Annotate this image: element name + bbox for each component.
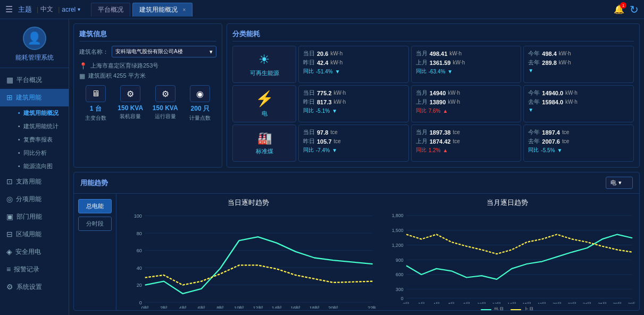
building-icon: ⊞: [6, 93, 13, 102]
sidebar-sub-overview[interactable]: 建筑用能概况: [14, 106, 69, 120]
sidebar-item-subitem[interactable]: ◎ 分项用能: [0, 190, 69, 208]
building-name-select[interactable]: 安科瑞电气股份有限公司A楼 ▾: [112, 46, 216, 57]
svg-text:1,200: 1,200: [391, 243, 403, 248]
sidebar-label-safety: 安全用电: [15, 247, 41, 256]
trend-title: 用能趋势: [80, 178, 108, 188]
energy-type-coal: 🏭 标准煤: [232, 125, 296, 162]
svg-text:20: 20: [137, 283, 142, 288]
building-meta: 📍 上海市嘉定区育绿路253号 ▦ 建筑面积 4255 平方米: [79, 62, 216, 80]
svg-text:20时: 20时: [328, 305, 338, 309]
safety-icon: ◈: [6, 247, 12, 256]
total-energy-button[interactable]: 总电能: [78, 199, 112, 213]
platform-icon: ▦: [6, 76, 13, 84]
trend-panel: 用能趋势 电 ▾ 总电能 分时段 当日逐时趋势: [73, 172, 640, 311]
tab-platform[interactable]: 平台概况: [91, 3, 130, 16]
sidebar-label-building: 建筑用能: [16, 93, 41, 102]
sidebar-item-settings[interactable]: ⚙ 系统设置: [0, 278, 69, 296]
sidebar-label-dept: 部门用能: [16, 212, 42, 221]
top-section: 建筑信息 建筑名称： 安科瑞电气股份有限公司A楼 ▾ 📍 上海市嘉定区育绿路25…: [69, 19, 644, 172]
sidebar-sub-menu: 建筑用能概况 建筑用能统计 复费率报表 同比分析 能源流向图: [0, 106, 69, 173]
trend-header: 用能趋势 电 ▾: [74, 172, 639, 194]
svg-text:80: 80: [137, 231, 142, 236]
daily-chart-svg: 100 80 60 40 20 0 0时 2时 4时: [121, 210, 376, 309]
svg-text:18日: 18日: [537, 302, 546, 304]
svg-text:8日: 8日: [463, 302, 470, 304]
settings-icon: ⚙: [6, 283, 13, 291]
bottom-section: 用能趋势 电 ▾ 总电能 分时段 当日逐时趋势: [69, 172, 644, 315]
user-dropdown-arrow[interactable]: ▾: [78, 6, 80, 12]
building-info-panel: 建筑信息 建筑名称： 安科瑞电气股份有限公司A楼 ▾ 📍 上海市嘉定区育绿路25…: [73, 23, 222, 168]
monthly-chart-title: 当月逐日趋势: [487, 198, 528, 208]
svg-text:0: 0: [139, 300, 142, 305]
legend-current-dot: [481, 309, 491, 310]
svg-text:6日: 6日: [448, 302, 454, 304]
svg-text:4日: 4日: [433, 302, 439, 304]
avatar: 👤: [23, 27, 46, 50]
sidebar-item-alarm[interactable]: ≡ 报警记录: [0, 261, 69, 278]
svg-text:0: 0: [400, 296, 403, 301]
sidebar-item-building[interactable]: ⊞ 建筑用能: [0, 89, 69, 106]
monthly-chart-legend: 当月 上月: [481, 306, 534, 310]
sidebar-sub-compare[interactable]: 同比分析: [14, 146, 69, 160]
energy-type-electricity: ⚡ 电: [232, 85, 296, 122]
monthly-chart-svg-wrap: 1,800 1,500 1,200 900 600 300 0 0日 2日: [380, 210, 635, 304]
svg-text:14日: 14日: [507, 302, 516, 304]
topbar-right: 🔔 1 ↻: [614, 3, 639, 16]
sidebar-label-subitem: 分项用能: [16, 195, 41, 204]
sidebar-label-settings: 系统设置: [16, 283, 42, 292]
monthly-chart-svg: 1,800 1,500 1,200 900 600 300 0 0日 2日: [380, 210, 635, 304]
building-area-row: ▦ 建筑面积 4255 平方米: [79, 72, 216, 80]
coal-day-cell: 当日97.8tce 昨日105.7tce 同比-7.4%▼: [298, 125, 409, 162]
trend-controls: 总电能 分时段: [74, 194, 116, 310]
system-name: 能耗管理系统: [15, 53, 54, 62]
energy-type-renewable: ☀ 可再生能源: [232, 46, 296, 83]
renewable-label: 可再生能源: [250, 69, 279, 77]
electricity-day-cell: 当日775.2kW·h 昨日817.3kW·h 同比-5.1%▼: [298, 85, 409, 122]
main-layout: 👤 能耗管理系统 ▦ 平台概况 ⊞ 建筑用能 建筑用能概况 建筑用能统计 复费率…: [0, 19, 644, 315]
time-period-button[interactable]: 分时段: [78, 217, 112, 231]
svg-text:10时: 10时: [234, 305, 244, 309]
user-label: acrel: [62, 6, 76, 13]
stat-running-value: 150 KVA: [153, 104, 178, 112]
renewable-icon: ☀: [258, 52, 270, 67]
sidebar-sub-stats[interactable]: 建筑用能统计: [14, 120, 69, 133]
stat-running-label: 运行容量: [155, 113, 176, 120]
svg-text:0日: 0日: [403, 302, 409, 304]
area-icon: ▦: [79, 72, 85, 80]
svg-text:2日: 2日: [418, 302, 424, 304]
menu-icon[interactable]: ☰: [5, 4, 13, 14]
electricity-year-cell: 今年14940.0kW·h 去年15984.0kW·h ▼: [523, 85, 634, 122]
sidebar-item-dept[interactable]: ▣ 部门用能: [0, 208, 69, 226]
svg-text:22日: 22日: [567, 302, 576, 304]
svg-text:20日: 20日: [553, 302, 561, 304]
dropdown-arrow-icon: ▾: [210, 48, 213, 55]
refresh-icon[interactable]: ↻: [630, 3, 639, 16]
svg-text:1,500: 1,500: [391, 228, 403, 233]
sidebar-sub-flow[interactable]: 能源流向图: [14, 160, 69, 173]
svg-text:12时: 12时: [253, 305, 263, 309]
daily-chart-title: 当日逐时趋势: [228, 198, 269, 208]
sidebar-item-area[interactable]: ⊟ 区域用能: [0, 226, 69, 243]
energy-type-selector[interactable]: 电 ▾: [606, 177, 633, 189]
stat-meter-value: 200 只: [191, 104, 210, 113]
brand-label: 主题: [18, 5, 32, 14]
notification-bell[interactable]: 🔔 1: [614, 4, 624, 14]
close-tab-icon[interactable]: ×: [183, 7, 186, 13]
stat-meter-label: 计量点数: [189, 114, 211, 122]
svg-text:16时: 16时: [290, 305, 300, 309]
trend-body: 总电能 分时段 当日逐时趋势: [74, 194, 639, 310]
tab-bar: 平台概况 建筑用能概况 ×: [91, 3, 193, 16]
coal-label: 标准煤: [256, 147, 273, 155]
building-area: 建筑面积 4255 平方米: [88, 72, 146, 80]
sidebar-item-branch[interactable]: ⊡ 支路用能: [0, 173, 69, 190]
tab-building-overview[interactable]: 建筑用能概况 ×: [132, 3, 193, 16]
sidebar-label-platform: 平台概况: [16, 76, 42, 85]
sidebar-item-safety[interactable]: ◈ 安全用电: [0, 243, 69, 261]
language-label[interactable]: 中文: [40, 5, 53, 14]
notification-badge: 1: [620, 2, 626, 9]
sidebar-sub-report[interactable]: 复费率报表: [14, 133, 69, 146]
sidebar-item-platform[interactable]: ▦ 平台概况: [0, 71, 69, 89]
area-icon: ⊟: [6, 230, 13, 238]
stat-transformer-value: 1 台: [90, 104, 102, 113]
daily-chart-svg-wrap: 100 80 60 40 20 0 0时 2时 4时: [121, 210, 376, 309]
